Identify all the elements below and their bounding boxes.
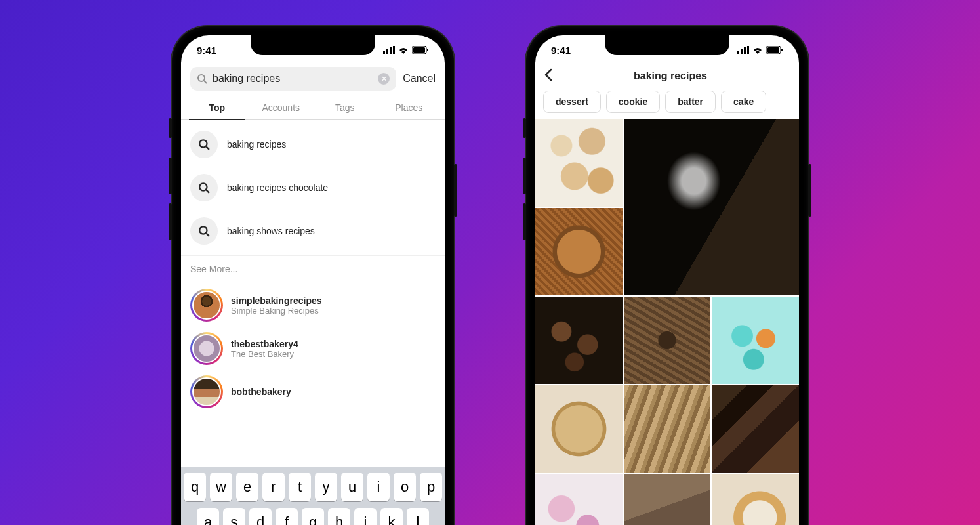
grid-item[interactable] xyxy=(535,474,623,525)
svg-line-14 xyxy=(206,233,209,236)
account-display-name: Simple Baking Recipes xyxy=(231,306,322,316)
svg-rect-15 xyxy=(737,51,739,54)
tab-places[interactable]: Places xyxy=(377,96,441,119)
svg-rect-5 xyxy=(413,47,425,52)
tab-tags[interactable]: Tags xyxy=(313,96,377,119)
svg-rect-20 xyxy=(767,47,779,52)
search-field[interactable]: ✕ xyxy=(190,67,396,91)
phone-notch xyxy=(605,35,729,55)
key-j[interactable]: j xyxy=(354,508,377,525)
avatar xyxy=(192,377,221,406)
grid-item[interactable] xyxy=(624,385,711,472)
svg-point-9 xyxy=(199,140,207,147)
account-display-name: The Best Bakery xyxy=(231,349,298,359)
see-more-link[interactable]: See More... xyxy=(181,256,445,282)
suggestion-text: baking recipes xyxy=(227,139,286,150)
key-t[interactable]: t xyxy=(289,472,311,501)
svg-rect-17 xyxy=(744,47,746,54)
filter-chip-cookie[interactable]: cookie xyxy=(606,91,660,113)
avatar xyxy=(192,291,221,320)
phone-search: 9:41 ✕ Cancel TopAccountsTagsPlaces baki… xyxy=(172,26,454,525)
key-l[interactable]: l xyxy=(407,508,429,525)
key-o[interactable]: o xyxy=(394,472,416,501)
key-d[interactable]: d xyxy=(249,508,272,525)
key-g[interactable]: g xyxy=(302,508,324,525)
side-button xyxy=(523,203,526,240)
key-w[interactable]: w xyxy=(210,472,232,501)
search-icon xyxy=(197,74,207,84)
key-k[interactable]: k xyxy=(380,508,403,525)
status-time: 9:41 xyxy=(551,45,571,56)
phone-results: 9:41 baking recipes dessertcookiebatterc… xyxy=(526,26,808,525)
battery-icon xyxy=(766,46,783,54)
key-e[interactable]: e xyxy=(236,472,258,501)
side-button xyxy=(454,164,457,217)
svg-line-12 xyxy=(206,190,209,193)
grid-item[interactable] xyxy=(712,474,799,525)
key-f[interactable]: f xyxy=(276,508,298,525)
wifi-icon xyxy=(752,46,763,54)
search-icon xyxy=(190,217,218,245)
svg-rect-2 xyxy=(390,47,392,54)
svg-line-10 xyxy=(206,146,209,150)
svg-rect-3 xyxy=(393,46,395,54)
grid-item[interactable] xyxy=(624,297,711,384)
search-icon xyxy=(190,131,218,158)
side-button xyxy=(169,118,172,138)
account-result[interactable]: thebestbakery4The Best Bakery xyxy=(181,327,445,370)
key-r[interactable]: r xyxy=(262,472,285,501)
search-input[interactable] xyxy=(213,73,373,85)
tab-accounts[interactable]: Accounts xyxy=(249,96,314,119)
grid-item[interactable] xyxy=(712,385,799,472)
search-suggestion[interactable]: baking recipes chocolate xyxy=(181,166,445,209)
grid-item[interactable] xyxy=(535,208,623,295)
cellular-icon xyxy=(737,46,749,54)
side-button xyxy=(523,118,526,138)
phone-notch xyxy=(251,35,375,55)
svg-point-11 xyxy=(199,183,207,190)
key-h[interactable]: h xyxy=(328,508,350,525)
key-a[interactable]: a xyxy=(197,508,219,525)
svg-point-13 xyxy=(199,226,207,234)
grid-item[interactable] xyxy=(712,297,799,384)
results-grid xyxy=(535,119,799,525)
key-y[interactable]: y xyxy=(315,472,337,501)
story-ring xyxy=(190,375,223,408)
grid-item[interactable] xyxy=(624,119,799,295)
search-suggestion[interactable]: baking shows recipes xyxy=(181,209,445,253)
battery-icon xyxy=(412,46,429,54)
account-username: thebestbakery4 xyxy=(231,339,298,349)
wifi-icon xyxy=(398,46,409,54)
back-button[interactable] xyxy=(544,68,560,84)
grid-item[interactable] xyxy=(624,474,711,525)
suggestion-text: baking recipes chocolate xyxy=(227,182,328,193)
svg-point-7 xyxy=(198,75,205,81)
svg-rect-1 xyxy=(386,49,388,54)
account-result[interactable]: bobthebakery xyxy=(181,370,445,413)
avatar xyxy=(192,334,221,363)
filter-chip-cake[interactable]: cake xyxy=(721,91,766,113)
cancel-button[interactable]: Cancel xyxy=(403,73,436,85)
chevron-left-icon xyxy=(544,68,552,81)
side-button xyxy=(169,203,172,240)
filter-chip-dessert[interactable]: dessert xyxy=(543,91,601,113)
key-i[interactable]: i xyxy=(367,472,390,501)
account-result[interactable]: simplebakingrecipesSimple Baking Recipes xyxy=(181,284,445,327)
grid-item[interactable] xyxy=(535,385,623,472)
grid-item[interactable] xyxy=(535,119,623,207)
grid-item[interactable] xyxy=(535,297,623,384)
tab-top[interactable]: Top xyxy=(185,96,249,119)
svg-rect-16 xyxy=(741,49,743,54)
key-u[interactable]: u xyxy=(341,472,363,501)
clear-search-icon[interactable]: ✕ xyxy=(378,73,390,85)
svg-line-8 xyxy=(204,81,207,83)
filter-chip-batter[interactable]: batter xyxy=(665,91,716,113)
search-icon xyxy=(190,174,218,201)
key-s[interactable]: s xyxy=(223,508,245,525)
account-username: simplebakingrecipes xyxy=(231,295,322,306)
story-ring xyxy=(190,332,223,365)
search-suggestion[interactable]: baking recipes xyxy=(181,123,445,166)
svg-rect-18 xyxy=(747,46,749,54)
key-p[interactable]: p xyxy=(420,472,442,501)
key-q[interactable]: q xyxy=(184,472,206,501)
